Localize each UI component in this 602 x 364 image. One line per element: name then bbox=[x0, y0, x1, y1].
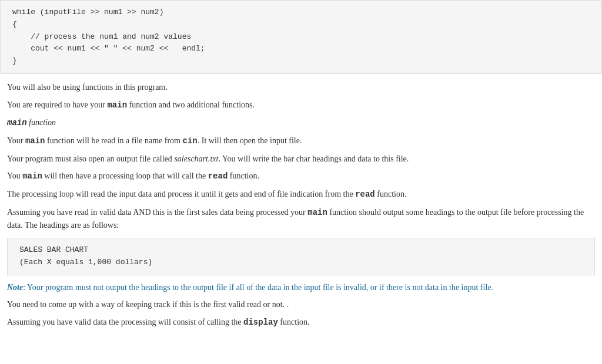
p10-display-code: display bbox=[243, 318, 278, 327]
p2-post-text: function and two additional functions. bbox=[127, 100, 255, 109]
code-line-1: while (inputFile >> num1 >> num2) bbox=[12, 6, 590, 19]
p6-mid: will then have a processing loop that wi… bbox=[42, 171, 208, 180]
code-block-while: while (inputFile >> num1 >> num2) { // p… bbox=[0, 0, 602, 74]
p9-text: You need to come up with a way of keepin… bbox=[7, 300, 289, 309]
p6-bold-main: main bbox=[22, 171, 42, 181]
p7-post: function. bbox=[375, 190, 407, 198]
p7-read-code: read bbox=[355, 190, 375, 199]
p8-pre: Assuming you have read in valid data AND… bbox=[7, 208, 307, 217]
paragraph-note: Note: Your program must not output the h… bbox=[7, 281, 595, 294]
paragraph-2: You are required to have your main funct… bbox=[7, 99, 595, 112]
code-line-5: } bbox=[12, 55, 590, 68]
p8-bold-main: main bbox=[307, 208, 327, 217]
p5-italic-filename: saleschart.txt bbox=[174, 154, 218, 163]
p10-pre: Assuming you have valid data the process… bbox=[7, 318, 243, 326]
p2-pre-text: You are required to have your bbox=[7, 100, 107, 109]
p4-cin-code: cin bbox=[183, 136, 198, 146]
paragraph-9: You need to come up with a way of keepin… bbox=[7, 298, 595, 311]
code-line-4: cout << num1 << " " << num2 << endl; bbox=[12, 43, 590, 55]
paragraph-6: You main will then have a processing loo… bbox=[7, 170, 595, 183]
p5-pre: Your program must also open an output fi… bbox=[7, 154, 174, 163]
code-line-3: // process the num1 and num2 values bbox=[12, 31, 590, 43]
p7-text: The processing loop will read the input … bbox=[7, 190, 355, 198]
p3-main-bold: main bbox=[7, 118, 27, 127]
paragraph-7: The processing loop will read the input … bbox=[7, 188, 595, 201]
p1-text: You will also be using functions in this… bbox=[7, 83, 168, 92]
p5-post: . You will write the bar char headings a… bbox=[218, 154, 409, 163]
p6-pre: You bbox=[7, 171, 22, 180]
p4-post: . It will then open the input file. bbox=[198, 136, 302, 145]
p6-post: function. bbox=[228, 171, 259, 180]
p6-read-code: read bbox=[208, 171, 228, 181]
p4-mid: function will be read in a file name fro… bbox=[45, 136, 182, 145]
paragraph-4: Your main function will be read in a fil… bbox=[7, 134, 595, 148]
code-line-2: { bbox=[12, 19, 590, 31]
paragraph-10: Assuming you have valid data the process… bbox=[7, 316, 595, 329]
heading-line-2: (Each X equals 1,000 dollars) bbox=[19, 257, 583, 269]
p3-function-italic: function bbox=[27, 118, 56, 127]
main-content: You will also be using functions in this… bbox=[0, 81, 602, 329]
p2-bold-main: main bbox=[107, 100, 127, 110]
p4-pre: Your bbox=[7, 136, 25, 145]
note-label: Note bbox=[7, 283, 23, 292]
paragraph-1: You will also be using functions in this… bbox=[7, 81, 595, 94]
note-text: : Your program must not output the headi… bbox=[23, 283, 493, 292]
paragraph-5: Your program must also open an output fi… bbox=[7, 153, 595, 166]
headings-code-block: SALES BAR CHART (Each X equals 1,000 dol… bbox=[7, 238, 595, 275]
p4-bold-main: main bbox=[25, 136, 45, 146]
paragraph-3-heading: main function bbox=[7, 116, 595, 130]
p10-post: function. bbox=[278, 318, 310, 326]
heading-line-1: SALES BAR CHART bbox=[19, 244, 583, 257]
paragraph-8: Assuming you have read in valid data AND… bbox=[7, 206, 595, 232]
